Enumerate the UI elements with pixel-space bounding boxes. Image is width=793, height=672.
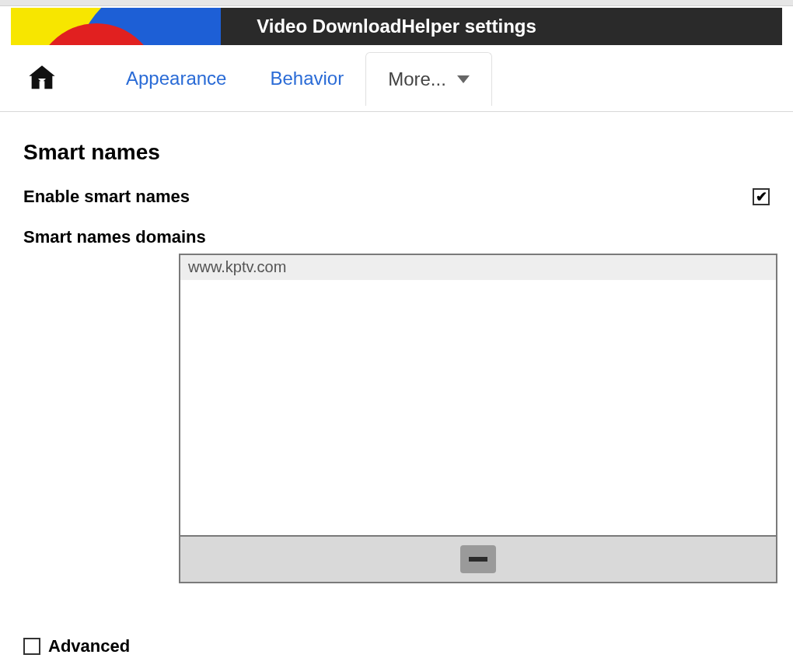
smart-names-domains-listbox[interactable]: www.kptv.com [179,254,777,583]
content: Smart names Enable smart names ✔ Smart n… [0,112,793,583]
app-logo [11,8,221,45]
window-top-hairline [0,0,793,6]
section-title: Smart names [23,140,770,165]
chevron-down-icon [457,75,470,83]
tab-more-label: More... [388,68,446,90]
advanced-checkbox[interactable] [23,638,40,655]
smart-names-domains-footer [180,535,776,582]
smart-names-domains-items[interactable]: www.kptv.com [180,255,776,535]
tabs-row: Appearance Behavior More... [0,45,793,112]
smart-names-domains-label: Smart names domains [23,227,770,247]
header-title: Video DownloadHelper settings [257,16,536,37]
advanced-label: Advanced [48,636,130,656]
home-icon[interactable] [26,63,58,94]
tab-behavior[interactable]: Behavior [248,52,365,105]
minus-icon [469,557,487,562]
tab-more[interactable]: More... [365,52,492,106]
tab-appearance[interactable]: Appearance [104,52,248,105]
list-item[interactable]: www.kptv.com [180,255,776,280]
enable-smart-names-checkbox[interactable]: ✔ [753,188,770,205]
advanced-row: Advanced [23,636,130,656]
header-bar: Video DownloadHelper settings [11,8,782,45]
enable-smart-names-label: Enable smart names [23,187,190,207]
remove-domain-button[interactable] [460,545,496,573]
enable-smart-names-row: Enable smart names ✔ [23,187,770,207]
